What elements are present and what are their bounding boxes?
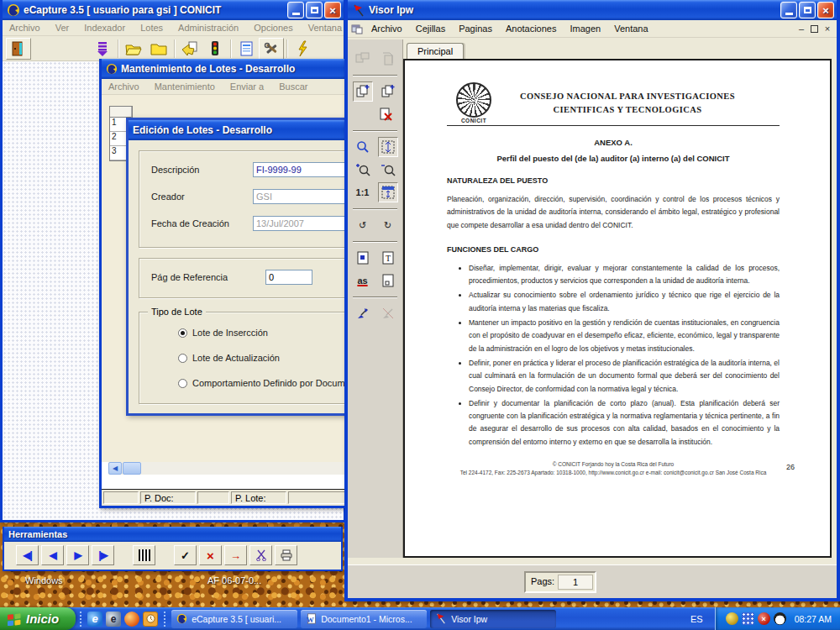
mdi-restore-icon[interactable]: [811, 25, 818, 33]
clock-time[interactable]: 08:27 AM: [795, 614, 832, 624]
tray-swirl-icon[interactable]: [726, 612, 738, 625]
tray-network-icon[interactable]: [742, 612, 754, 625]
creador-label: Creador: [151, 192, 185, 202]
mdi-close-icon[interactable]: ×: [822, 24, 833, 34]
fit-height-icon[interactable]: [378, 182, 398, 202]
page-small-icon[interactable]: [378, 270, 398, 291]
add-page-icon[interactable]: [353, 81, 373, 102]
task-documento1[interactable]: W Documento1 - Micros...: [301, 610, 427, 628]
menu-mantenimiento[interactable]: Mantenimiento: [155, 81, 215, 92]
send-button[interactable]: →: [224, 545, 247, 565]
language-indicator[interactable]: ES: [679, 614, 715, 624]
menu-ver[interactable]: Ver: [55, 23, 70, 33]
menu-opciones[interactable]: Opciones: [254, 23, 292, 33]
menu-buscar[interactable]: Buscar: [279, 81, 307, 92]
start-button[interactable]: Inicio: [0, 607, 76, 630]
fecha-creacion-input[interactable]: [253, 216, 347, 231]
fit-window-icon[interactable]: [378, 137, 398, 157]
zoom-out-icon[interactable]: [378, 160, 398, 180]
visor-titlebar[interactable]: Visor Ipw ×: [348, 0, 837, 20]
menu-indexador[interactable]: Indexador: [84, 23, 125, 33]
lightning-icon[interactable]: [290, 38, 315, 60]
tab-principal[interactable]: Principal: [407, 43, 464, 59]
close-button[interactable]: ×: [817, 2, 834, 18]
mantenimiento-titlebar[interactable]: Mantenimiento de Lotes - Desarrollo: [102, 59, 349, 79]
annotation-as-icon[interactable]: as: [353, 270, 373, 291]
accept-button[interactable]: ✓: [174, 545, 197, 565]
document-viewport[interactable]: CONICIT CONSEJO NACIONAL PARA INVESTIGAC…: [403, 59, 832, 558]
folder-open-icon[interactable]: [121, 38, 146, 60]
magnifier-icon[interactable]: [353, 137, 373, 157]
import-icon[interactable]: [90, 38, 115, 60]
menu-paginas[interactable]: Paginas: [452, 22, 499, 35]
menu-archivo[interactable]: Archivo: [108, 81, 139, 92]
tray-security-alert-icon[interactable]: ×: [758, 612, 770, 625]
media-player-icon[interactable]: [124, 612, 139, 627]
menu-imagen[interactable]: Imagen: [563, 22, 607, 35]
creador-input[interactable]: [253, 189, 347, 204]
radio-comportamiento-documento[interactable]: [178, 379, 187, 388]
mdi-child-icon: [351, 24, 363, 34]
internet-explorer-icon[interactable]: e: [87, 612, 102, 627]
mdi-minimize-icon[interactable]: –: [795, 24, 807, 34]
ink-flag-icon[interactable]: [353, 303, 373, 323]
page-text-icon[interactable]: T: [378, 248, 398, 268]
scroll-left-button[interactable]: ◀: [108, 462, 122, 475]
previous-page-button[interactable]: ◀: [41, 545, 64, 565]
header-rule: [447, 125, 780, 126]
menu-ventana[interactable]: Ventana: [308, 23, 342, 33]
page-thumb-icon[interactable]: [353, 248, 373, 268]
barcode-button[interactable]: [133, 545, 155, 565]
edicion-titlebar[interactable]: Edición de Lotes - Desarrollo: [129, 120, 349, 140]
last-page-button[interactable]: |▶: [92, 545, 114, 565]
traffic-light-icon[interactable]: [202, 38, 228, 60]
maximize-button[interactable]: [306, 2, 323, 18]
exit-door-icon[interactable]: [6, 38, 31, 60]
document-icon[interactable]: [234, 38, 259, 60]
tools-icon[interactable]: [259, 38, 284, 60]
minimize-button[interactable]: [287, 2, 304, 18]
rotate-left-icon[interactable]: ↺: [353, 215, 373, 235]
add-pages-icon[interactable]: [378, 81, 398, 102]
menu-anotaciones[interactable]: Anotaciones: [499, 22, 564, 35]
ink-flag-off-icon[interactable]: [378, 303, 398, 323]
scroll-thumb[interactable]: [123, 462, 141, 475]
menu-ventana[interactable]: Ventana: [607, 22, 654, 35]
print-button[interactable]: [275, 545, 297, 565]
delete-page-icon[interactable]: [375, 104, 396, 124]
desktop-icon-af[interactable]: AF 06-07-0...: [207, 575, 261, 585]
radio-lote-inserccion[interactable]: [178, 328, 187, 338]
menu-administracion[interactable]: Administración: [178, 23, 239, 33]
descripcion-input[interactable]: [253, 162, 347, 177]
pages-icon[interactable]: [378, 49, 398, 69]
folder-closed-icon[interactable]: [146, 38, 171, 60]
copy-page-icon[interactable]: [353, 49, 373, 69]
herramientas-titlebar[interactable]: Herramientas: [4, 527, 341, 542]
menu-archivo[interactable]: Archivo: [9, 23, 40, 33]
ecapture-titlebar[interactable]: eCapture 3.5 [ usuario para gsi ] CONICI…: [3, 0, 344, 20]
rotate-right-icon[interactable]: ↻: [378, 215, 398, 235]
delete-button[interactable]: ×: [199, 545, 222, 565]
desktop-icon-windows[interactable]: Windows: [25, 575, 63, 585]
pag-referencia-input[interactable]: [265, 270, 312, 285]
minimize-button[interactable]: [780, 2, 797, 18]
next-page-button[interactable]: ▶: [66, 545, 89, 565]
task-ecapture[interactable]: eCapture 3.5 [ usuari...: [171, 610, 297, 628]
zoom-in-icon[interactable]: [353, 160, 373, 180]
browser-icon[interactable]: e: [106, 612, 121, 627]
list-item: Definir, poner en práctica y liderar el …: [469, 357, 780, 396]
maximize-button[interactable]: [799, 2, 816, 18]
actual-size-icon[interactable]: 1:1: [353, 182, 373, 202]
menu-archivo[interactable]: Archivo: [365, 22, 409, 35]
send-pages-icon[interactable]: [177, 38, 202, 60]
cut-button[interactable]: [249, 545, 272, 565]
menu-lotes[interactable]: Lotes: [140, 23, 163, 33]
tray-antivirus-panda-icon[interactable]: [774, 612, 786, 625]
menu-cejillas[interactable]: Cejillas: [409, 22, 452, 35]
close-button[interactable]: ×: [324, 2, 341, 18]
clock-icon[interactable]: [143, 612, 158, 627]
first-page-button[interactable]: ◀|: [16, 545, 39, 565]
task-visor-ipw[interactable]: Visor Ipw: [430, 610, 556, 628]
menu-enviar-a[interactable]: Enviar a: [230, 81, 264, 92]
radio-lote-actualizacion[interactable]: [178, 354, 187, 363]
